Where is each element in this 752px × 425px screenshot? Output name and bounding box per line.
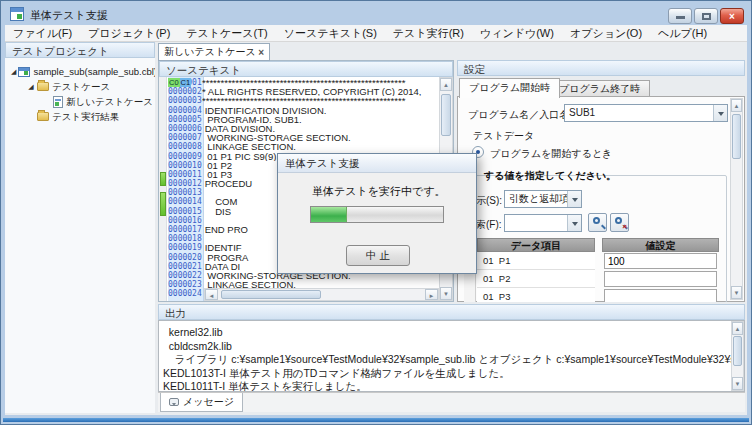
display-combo[interactable]: 引数と返却項目 — [504, 190, 582, 208]
scrollbar-thumb[interactable] — [441, 94, 451, 136]
value-input[interactable] — [604, 289, 717, 302]
source-line: 0000004 IDENTIFICATION DIVISION. — [168, 106, 439, 115]
close-button[interactable]: × — [720, 8, 744, 24]
minimize-icon — [676, 16, 685, 19]
tree-item-label: テストケース — [52, 79, 110, 94]
expander-icon[interactable]: ◢ — [27, 79, 35, 94]
settings-panel: 設定 プログラム開始時 プログラム終了時 プログラム名／入口名(E): SUB1… — [457, 60, 745, 302]
grid-cell-item[interactable]: 01 P3 — [477, 288, 595, 302]
tab-new-testcase[interactable]: 新しいテストケース × — [158, 43, 270, 61]
title-bar[interactable]: 単体テスト支援 × — [5, 4, 747, 25]
search-button[interactable] — [588, 213, 607, 232]
test-project-panel: テストプロジェクト ◢ sample_sub(sample_sub.cbl) ◢… — [5, 42, 155, 413]
chevron-down-icon[interactable] — [567, 191, 581, 207]
value-input[interactable] — [604, 271, 717, 287]
value-instruction: する値を指定してください。 — [484, 169, 616, 183]
grid-header-value: 値設定 — [602, 238, 719, 252]
chevron-down-icon[interactable] — [567, 215, 581, 231]
tab-program-end[interactable]: プログラム終了時 — [549, 80, 650, 97]
scrollbar-thumb[interactable] — [221, 290, 321, 299]
messages-tab-label: メッセージ — [183, 395, 234, 409]
source-line: 0000001*********************************… — [168, 78, 439, 87]
output-panel: 出力 kernel32.lib cbldcsm2k.lib ライブラリ c:¥s… — [158, 304, 745, 412]
folder-icon — [37, 112, 49, 121]
source-line: 0000005 PROGRAM-ID. SUB1. — [168, 115, 439, 124]
progress-dialog: 単体テスト支援 単体テストを実行中です。 中 止 — [277, 153, 477, 274]
find-combo[interactable] — [504, 214, 582, 232]
scrollbar-thumb[interactable] — [732, 114, 741, 159]
menu-testcase[interactable]: テストケース(T) — [178, 25, 275, 42]
settings-vertical-scrollbar[interactable]: ▲ ▼ — [730, 98, 743, 300]
coverage-marker — [160, 172, 166, 186]
scroll-right-icon[interactable]: ► — [425, 289, 438, 300]
source-line: 0000003*********************************… — [168, 96, 439, 105]
search-icon — [593, 217, 600, 224]
project-icon — [18, 67, 30, 77]
output-vertical-scrollbar[interactable]: ▲ ▼ — [731, 321, 744, 391]
scroll-down-icon[interactable]: ▼ — [440, 287, 452, 300]
menu-file[interactable]: ファイル(F) — [5, 25, 80, 42]
menu-sourcetext[interactable]: ソーステキスト(S) — [276, 25, 385, 42]
tab-program-start[interactable]: プログラム開始時 — [459, 78, 560, 98]
output-tab-strip: メッセージ — [158, 392, 745, 412]
source-line: 0000002* ALL RIGHTS RESERVED, COPYRIGHT … — [168, 87, 439, 96]
settings-tabs: プログラム開始時 プログラム終了時 — [457, 78, 745, 97]
grid-cell-item[interactable]: 01 P1 — [477, 252, 595, 270]
project-tree: ◢ sample_sub(sample_sub.cbl) ◢ テストケース 新し… — [5, 58, 155, 124]
cancel-button[interactable]: 中 止 — [346, 245, 410, 266]
menu-project[interactable]: プロジェクト(P) — [80, 25, 178, 42]
coverage-marker — [160, 192, 166, 216]
display-label: 示(S): — [476, 194, 502, 208]
app-icon — [10, 7, 24, 21]
dialog-title-bar[interactable]: 単体テスト支援 — [278, 154, 476, 173]
source-horizontal-scrollbar[interactable]: ◄ ► — [204, 288, 439, 301]
source-text-header: ソーステキスト — [159, 61, 453, 77]
scroll-up-icon[interactable]: ▲ — [731, 99, 742, 112]
tree-item-project[interactable]: ◢ sample_sub(sample_sub.cbl) — [5, 64, 155, 79]
close-tab-icon[interactable]: × — [258, 47, 264, 58]
chevron-down-icon[interactable] — [713, 105, 727, 121]
menu-window[interactable]: ウィンドウ(W) — [472, 25, 562, 42]
grid-header-item: データ項目 — [477, 238, 595, 252]
settings-content: プログラム名／入口名(E): SUB1 テストデータ プログラムを開始するとき … — [457, 96, 745, 302]
col-marker-c1: C1 — [180, 78, 192, 87]
settings-header: 設定 — [457, 60, 745, 76]
menu-options[interactable]: オプション(O) — [562, 25, 650, 42]
search-icon — [615, 217, 622, 224]
find-label: 索(F): — [476, 218, 502, 232]
maximize-icon — [702, 13, 711, 20]
scroll-up-icon[interactable]: ▲ — [440, 78, 452, 91]
progress-fill — [311, 207, 347, 222]
menu-help[interactable]: ヘルプ(H) — [650, 25, 715, 42]
test-data-label: テストデータ — [470, 129, 537, 143]
minimize-button[interactable] — [668, 8, 692, 24]
application-window: 単体テスト支援 × ファイル(F) プロジェクト(P) テストケース(T) ソー… — [0, 0, 752, 425]
column-markers: C0 C1 — [168, 78, 191, 87]
output-log[interactable]: kernel32.lib cbldcsm2k.lib ライブラリ c:¥samp… — [158, 320, 745, 392]
tree-item-label: sample_sub(sample_sub.cbl) — [33, 64, 155, 79]
scroll-down-icon[interactable]: ▼ — [732, 377, 743, 390]
scroll-down-icon[interactable]: ▼ — [731, 286, 742, 299]
message-bubble-icon — [169, 398, 179, 406]
progress-bar — [310, 206, 444, 223]
source-line: 0000008 LINKAGE SECTION. — [168, 142, 439, 151]
program-name-combo[interactable]: SUB1 — [564, 104, 728, 122]
tree-item-label: 新しいテストケース — [66, 94, 153, 109]
scroll-left-icon[interactable]: ◄ — [205, 289, 218, 300]
tree-item-new-testcase[interactable]: 新しいテストケース — [5, 94, 155, 109]
tree-item-results[interactable]: テスト実行結果 — [5, 109, 155, 124]
scrollbar-thumb[interactable] — [733, 336, 742, 366]
menu-testrun[interactable]: テスト実行(R) — [385, 25, 472, 42]
scroll-up-icon[interactable]: ▲ — [732, 322, 743, 335]
value-input[interactable] — [604, 253, 717, 269]
testcase-icon — [53, 96, 63, 108]
test-project-header: テストプロジェクト — [5, 42, 155, 58]
tab-messages[interactable]: メッセージ — [160, 393, 243, 412]
grid-cell-item[interactable]: 01 P2 — [477, 270, 595, 288]
search-clear-button[interactable]: × — [610, 213, 629, 232]
expander-icon[interactable]: ◢ — [11, 64, 16, 79]
output-line: KEDL1013T-I 単体テスト用のTDコマンド格納ファイルを生成しました。 — [159, 367, 744, 381]
window-frame-edge — [3, 418, 749, 422]
tree-item-testcases[interactable]: ◢ テストケース — [5, 79, 155, 94]
maximize-button[interactable] — [694, 8, 718, 24]
